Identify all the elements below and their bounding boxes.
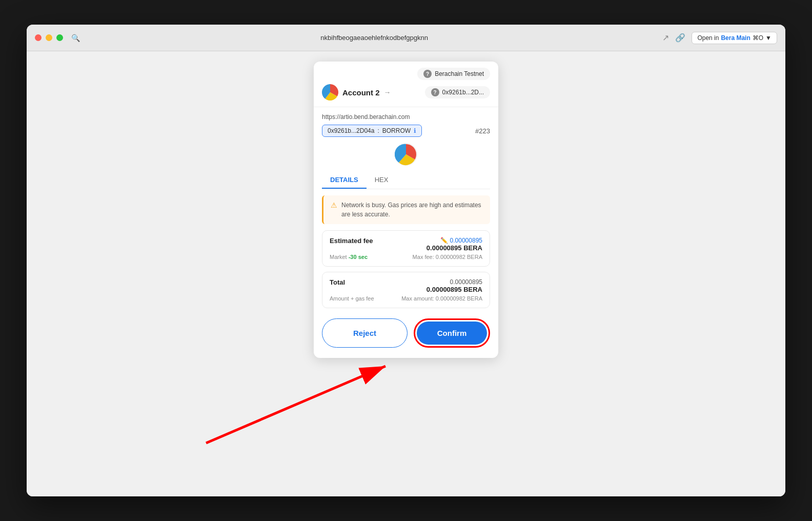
wallet-header: ? Berachain Testnet: [314, 62, 498, 107]
maximize-button[interactable]: [56, 34, 63, 41]
tab-details[interactable]: DETAILS: [322, 172, 367, 189]
traffic-lights: [35, 34, 63, 41]
link-icon[interactable]: 🔗: [675, 33, 685, 43]
fee-time: -30 sec: [349, 254, 368, 260]
account-name: Account 2: [342, 88, 380, 97]
info-icon[interactable]: ℹ: [414, 127, 416, 134]
account-address: 0x9261b...2D...: [442, 89, 484, 96]
wallet-popup: ? Berachain Testnet: [314, 62, 498, 358]
reject-button[interactable]: Reject: [322, 318, 408, 348]
total-value-top: 0.00000895: [427, 278, 482, 286]
total-value-main: 0.00000895 BERA: [427, 286, 482, 293]
estimated-fee-card: Estimated fee ✏️ 0.00000895 0.00000895 B…: [322, 230, 490, 267]
fee-label: Estimated fee: [330, 237, 373, 245]
fee-value: ✏️ 0.00000895 0.00000895 BERA: [427, 237, 482, 252]
fee-value-main: 0.00000895 BERA: [427, 244, 482, 252]
network-row: ? Berachain Testnet: [322, 68, 490, 80]
fee-row: Estimated fee ✏️ 0.00000895 0.00000895 B…: [330, 237, 482, 252]
bera-main-label: Bera Main: [721, 34, 750, 42]
share-icon[interactable]: ↗: [662, 33, 669, 43]
browser-content: ? Berachain Testnet: [27, 51, 785, 496]
address-badge[interactable]: ? 0x9261b...2D...: [425, 86, 490, 98]
confirm-highlight: Confirm: [414, 318, 490, 348]
chevron-down-icon: ▼: [765, 34, 772, 42]
total-card: Total 0.00000895 0.00000895 BERA Amount …: [322, 272, 490, 308]
fee-max: Max fee: 0.00000982 BERA: [413, 254, 482, 260]
confirm-button[interactable]: Confirm: [417, 322, 487, 345]
tx-number: #223: [475, 127, 490, 135]
site-url: https://artio.bend.berachain.com: [322, 113, 490, 121]
account-logo: [322, 84, 338, 101]
search-icon: 🔍: [71, 34, 80, 42]
close-button[interactable]: [35, 34, 42, 41]
token-icon: [395, 143, 417, 166]
warning-text: Network is busy. Gas prices are high and…: [341, 201, 483, 219]
action-buttons: Reject Confirm: [322, 318, 490, 352]
total-sub-label: Amount + gas fee: [330, 295, 374, 302]
network-icon: ?: [423, 70, 432, 78]
total-row: Total 0.00000895 0.00000895 BERA: [330, 278, 482, 293]
open-in-button[interactable]: Open in Bera Main ⌘O ▼: [692, 32, 777, 44]
network-badge[interactable]: ? Berachain Testnet: [417, 68, 490, 80]
total-value: 0.00000895 0.00000895 BERA: [427, 278, 482, 293]
tabs-row: DETAILS HEX: [322, 172, 490, 189]
minimize-button[interactable]: [46, 34, 52, 41]
account-avatar-icon: [322, 84, 338, 101]
account-row: Account 2 → ? 0x9261b...2D...: [322, 84, 490, 101]
contract-address: 0x9261b...2D04a: [328, 127, 374, 134]
contract-action: BORROW: [382, 127, 411, 134]
warning-box: ⚠ Network is busy. Gas prices are high a…: [322, 195, 490, 224]
open-in-label: Open in: [697, 34, 719, 42]
fee-edit-icon[interactable]: ✏️: [440, 237, 448, 244]
wallet-body: https://artio.bend.berachain.com 0x9261b…: [314, 107, 498, 358]
warning-icon: ⚠: [331, 201, 337, 209]
total-sub-row: Amount + gas fee Max amount: 0.00000982 …: [330, 295, 482, 302]
url-text: nkbihfbeogaeaoehlefnkodbefgpgknn: [320, 34, 428, 42]
browser-actions: ↗ 🔗 Open in Bera Main ⌘O ▼: [662, 32, 777, 44]
total-max: Max amount: 0.00000982 BERA: [401, 295, 482, 302]
contract-badge[interactable]: 0x9261b...2D04a : BORROW ℹ: [322, 125, 422, 137]
fee-market: Market -30 sec: [330, 254, 368, 260]
shortcut-label: ⌘O: [753, 34, 763, 42]
contract-row: 0x9261b...2D04a : BORROW ℹ #223: [322, 125, 490, 137]
titlebar: 🔍 nkbihfbeogaeaoehlefnkodbefgpgknn ↗ 🔗 O…: [27, 25, 785, 51]
url-bar[interactable]: nkbihfbeogaeaoehlefnkodbefgpgknn: [86, 34, 662, 42]
contract-separator: :: [377, 127, 379, 134]
browser-window: 🔍 nkbihfbeogaeaoehlefnkodbefgpgknn ↗ 🔗 O…: [27, 25, 785, 496]
account-arrow-icon[interactable]: →: [384, 88, 391, 96]
tab-hex[interactable]: HEX: [367, 172, 397, 189]
svg-line-3: [206, 366, 385, 443]
network-name: Berachain Testnet: [435, 70, 484, 77]
total-label: Total: [330, 278, 345, 286]
fee-value-top: ✏️ 0.00000895: [427, 237, 482, 244]
fee-sub-row: Market -30 sec Max fee: 0.00000982 BERA: [330, 254, 482, 260]
address-icon: ?: [431, 88, 439, 96]
